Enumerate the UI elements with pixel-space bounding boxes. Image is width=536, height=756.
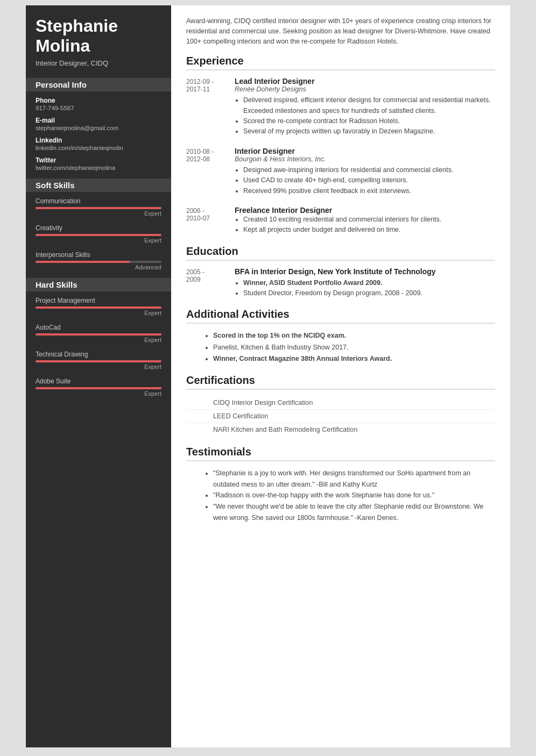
skill-bar-fill — [36, 360, 161, 362]
certifications-header: Certifications — [186, 374, 495, 390]
activities-header: Additional Activities — [186, 308, 495, 324]
skill-level: Expert — [36, 390, 161, 397]
skill-name: AutoCad — [36, 324, 161, 331]
testimonials-list: "Stephanie is a joy to work with. Her de… — [186, 468, 495, 523]
skill-name: Technical Drawing — [36, 351, 161, 358]
exp-bullet: Created 10 exciting residential and comm… — [243, 215, 495, 225]
linkedin-label: LinkedIn — [36, 137, 161, 144]
skill-level: Expert — [36, 337, 161, 343]
experience-item: 2010-08 -2012-08 Interior Designer Bourg… — [186, 147, 495, 196]
phone-value: 917-749-5567 — [36, 105, 161, 111]
education-header: Education — [186, 245, 495, 261]
linkedin-value: linkedin.com/in/stephanieqmolin — [36, 145, 161, 151]
candidate-name: Stephanie Molina — [36, 16, 161, 56]
exp-bullet: Kept all projects under budget and deliv… — [243, 225, 495, 235]
skill-level: Advanced — [36, 264, 161, 270]
skill-level: Expert — [36, 210, 161, 217]
skill-name: Project Management — [36, 297, 161, 304]
sidebar: Stephanie Molina Interior Designer, CIDQ… — [26, 5, 171, 747]
exp-date: 2006 -2010-07 — [186, 206, 235, 236]
skill-bar-fill — [36, 261, 130, 263]
skill-bar-bg — [36, 387, 161, 389]
edu-bullets: Winner, ASID Student Portfolio Award 200… — [235, 278, 495, 299]
skill-bar-bg — [36, 306, 161, 309]
phone-label: Phone — [36, 97, 161, 104]
activity-item: Panelist, Kitchen & Bath Industry Show 2… — [213, 342, 495, 353]
certifications-list: CIDQ Interior Design CertificationLEED C… — [186, 396, 495, 436]
skill-level: Expert — [36, 310, 161, 316]
exp-bullet: Delivered inspired, efficient interior d… — [243, 95, 495, 116]
candidate-title: Interior Designer, CIDQ — [36, 59, 161, 67]
testimonial-item: "We never thought we'd be able to leave … — [213, 501, 495, 523]
skill-bar-bg — [36, 261, 161, 263]
soft-skill-item: Creativity Expert — [36, 224, 161, 244]
testimonials-header: Testimonials — [186, 446, 495, 461]
certification-item: LEED Certification — [186, 410, 495, 423]
exp-bullets: Designed awe-inspiring interiors for res… — [235, 165, 495, 196]
soft-skill-item: Communication Expert — [36, 197, 161, 217]
activity-item: Winner, Contract Magazine 38th Annual In… — [213, 353, 495, 365]
hard-skills-list: Project Management Expert AutoCad Expert… — [36, 297, 161, 397]
edu-bullet: Winner, ASID Student Portfolio Award 200… — [243, 278, 495, 288]
skill-level: Expert — [36, 237, 161, 244]
main-content: Award-winning, CIDQ certified interior d… — [171, 5, 510, 747]
soft-skills-list: Communication Expert Creativity Expert I… — [36, 197, 161, 270]
skill-bar-fill — [36, 234, 161, 236]
hard-skill-item: Project Management Expert — [36, 297, 161, 316]
activity-item: Scored in the top 1% on the NCIDQ exam. — [213, 330, 495, 341]
hard-skill-item: Adobe Suite Expert — [36, 377, 161, 397]
skill-name: Creativity — [36, 224, 161, 232]
education-section: Education 2005 -2009 BFA in Interior Des… — [186, 245, 495, 299]
skill-bar-fill — [36, 306, 161, 309]
testimonial-item: "Radisson is over-the-top happy with the… — [213, 490, 495, 501]
certifications-section: Certifications CIDQ Interior Design Cert… — [186, 374, 495, 436]
exp-content: Freelance Interior Designer Created 10 e… — [235, 206, 495, 236]
exp-date: 2010-08 -2012-08 — [186, 147, 235, 196]
experience-item: 2006 -2010-07 Freelance Interior Designe… — [186, 206, 495, 236]
exp-company: Renée Doherty Designs — [235, 85, 495, 93]
skill-bar-fill — [36, 387, 161, 389]
education-item: 2005 -2009 BFA in Interior Design, New Y… — [186, 267, 495, 299]
soft-skills-header: Soft Skills — [26, 179, 171, 192]
activities-section: Additional Activities Scored in the top … — [186, 308, 495, 365]
exp-content: Lead Interior Designer Renée Doherty Des… — [235, 77, 495, 137]
exp-bullet: Used CAD to create 40+ high-end, compell… — [243, 175, 495, 186]
email-label: E-mail — [36, 117, 161, 124]
exp-date: 2012-09 -2017-11 — [186, 77, 235, 137]
skill-level: Expert — [36, 363, 161, 370]
exp-bullets: Delivered inspired, efficient interior d… — [235, 95, 495, 137]
edu-date: 2005 -2009 — [186, 267, 235, 299]
exp-bullet: Designed awe-inspiring interiors for res… — [243, 165, 495, 175]
testimonial-item: "Stephanie is a joy to work with. Her de… — [213, 468, 495, 490]
skill-bar-bg — [36, 207, 161, 209]
skill-name: Adobe Suite — [36, 377, 161, 385]
skill-bar-fill — [36, 333, 161, 336]
testimonials-section: Testimonials "Stephanie is a joy to work… — [186, 446, 495, 523]
exp-bullet: Received 99% positive client feedback in… — [243, 186, 495, 196]
activities-list: Scored in the top 1% on the NCIDQ exam.P… — [186, 330, 495, 365]
exp-title: Freelance Interior Designer — [235, 206, 495, 215]
exp-title: Interior Designer — [235, 147, 495, 155]
education-list: 2005 -2009 BFA in Interior Design, New Y… — [186, 267, 495, 299]
exp-title: Lead Interior Designer — [235, 77, 495, 85]
skill-name: Communication — [36, 197, 161, 205]
soft-skill-item: Interpersonal Skills Advanced — [36, 251, 161, 270]
skill-bar-bg — [36, 360, 161, 362]
experience-header: Experience — [186, 55, 495, 70]
experience-item: 2012-09 -2017-11 Lead Interior Designer … — [186, 77, 495, 137]
skill-bar-bg — [36, 333, 161, 336]
skill-bar-fill — [36, 207, 161, 209]
exp-bullet: Several of my projects written up favora… — [243, 126, 495, 137]
skill-bar-bg — [36, 234, 161, 236]
hard-skill-item: Technical Drawing Expert — [36, 351, 161, 370]
email-value: stephanieqmolina@gmail.com — [36, 125, 161, 131]
exp-content: Interior Designer Bourgoin & Hess Interi… — [235, 147, 495, 196]
certification-item: NARI Kitchen and Bath Remodeling Certifi… — [186, 423, 495, 436]
summary: Award-winning, CIDQ certified interior d… — [186, 16, 495, 46]
edu-title: BFA in Interior Design, New York Institu… — [235, 267, 495, 276]
skill-name: Interpersonal Skills — [36, 251, 161, 259]
exp-bullet: Scored the re-compete contract for Radis… — [243, 116, 495, 126]
hard-skills-header: Hard Skills — [26, 278, 171, 291]
exp-bullets: Created 10 exciting residential and comm… — [235, 215, 495, 236]
exp-company: Bourgoin & Hess Interiors, Inc. — [235, 155, 495, 163]
